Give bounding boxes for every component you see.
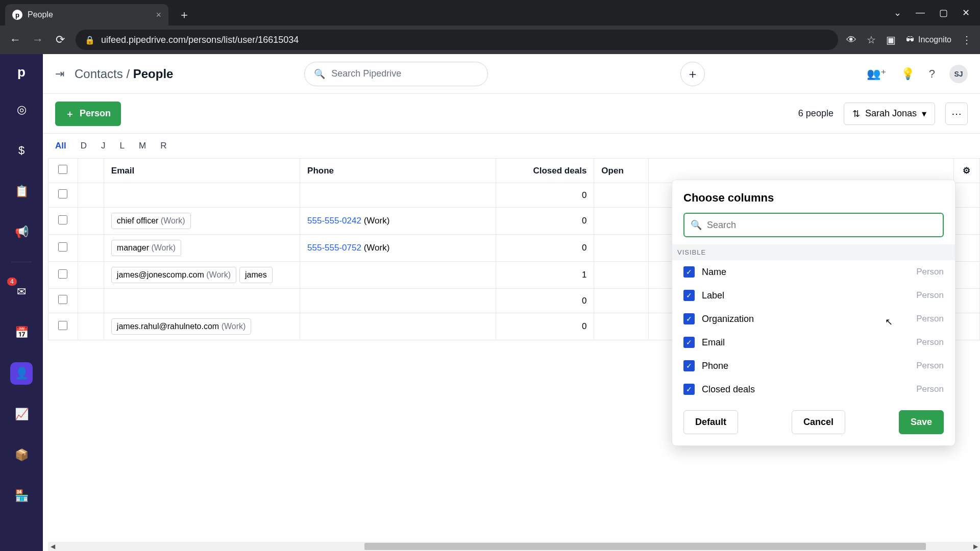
sidebar-item-activities[interactable]: 📋 — [10, 180, 33, 203]
column-checkbox[interactable]: ✓ — [683, 337, 695, 348]
breadcrumb-sep: / — [126, 67, 130, 81]
email-pill[interactable]: james.rahul@rahulneto.com (Work) — [111, 318, 251, 335]
logo-icon[interactable]: p — [17, 64, 26, 80]
search-icon: 🔍 — [314, 68, 325, 80]
email-pill[interactable]: manager (Work) — [111, 240, 181, 256]
horizontal-scrollbar[interactable]: ◀ ▶ — [48, 542, 980, 551]
column-checkbox[interactable]: ✓ — [683, 266, 695, 278]
invite-icon[interactable]: 👥⁺ — [867, 67, 887, 81]
column-search-input[interactable]: 🔍 — [683, 213, 944, 237]
sidebar-item-campaigns[interactable]: 📢 — [10, 221, 33, 243]
drag-column-header — [78, 159, 104, 183]
reload-icon[interactable]: ⟳ — [53, 33, 67, 46]
column-label: Phone — [702, 361, 728, 371]
owner-filter-label: Sarah Jonas — [865, 108, 917, 119]
row-checkbox[interactable] — [58, 321, 67, 330]
browser-menu-icon[interactable]: ⋮ — [962, 34, 972, 46]
cell-phone — [300, 262, 496, 289]
column-option[interactable]: ✓NamePerson — [672, 260, 955, 284]
row-checkbox[interactable] — [58, 242, 67, 252]
scroll-thumb[interactable] — [364, 543, 926, 550]
incognito-icon: 🕶 — [906, 35, 914, 44]
column-checkbox[interactable]: ✓ — [683, 290, 695, 301]
row-checkbox[interactable] — [58, 215, 67, 224]
email-pill[interactable]: chief officer (Work) — [111, 213, 191, 229]
bookmark-icon[interactable]: ☆ — [867, 34, 876, 46]
more-actions-button[interactable]: ⋯ — [945, 103, 968, 125]
help-icon[interactable]: ? — [929, 67, 935, 81]
extensions-icon[interactable]: ▣ — [886, 34, 896, 46]
new-tab-icon[interactable]: ＋ — [179, 7, 190, 22]
sidebar-item-products[interactable]: 📦 — [10, 444, 33, 466]
column-option[interactable]: ✓OrganizationPerson — [672, 307, 955, 331]
sidebar-item-contacts[interactable]: 👤 — [10, 362, 33, 385]
breadcrumb: Contacts / People — [75, 67, 173, 81]
add-person-button[interactable]: ＋ Person — [55, 102, 121, 126]
owner-filter[interactable]: ⇅ Sarah Jonas ▾ — [844, 103, 935, 125]
letter-m[interactable]: M — [139, 141, 146, 151]
sidebar-item-calendar[interactable]: 📅 — [10, 321, 33, 344]
cell-phone: 555-555-0242 (Work) — [300, 208, 496, 235]
close-window-icon[interactable]: ✕ — [962, 7, 970, 18]
column-option[interactable]: ✓PhonePerson — [672, 354, 955, 378]
column-category: Person — [916, 267, 944, 277]
columns-settings-button[interactable]: ⚙ — [953, 159, 979, 183]
sidebar-item-focus[interactable]: ◎ — [10, 98, 33, 121]
letter-r[interactable]: R — [160, 141, 166, 151]
minimize-icon[interactable]: ― — [916, 7, 925, 18]
column-checkbox[interactable]: ✓ — [683, 384, 695, 395]
scroll-right-icon[interactable]: ▶ — [971, 542, 980, 551]
default-button[interactable]: Default — [683, 410, 738, 434]
sidebar-item-mail[interactable]: ✉4 — [10, 281, 33, 303]
address-bar[interactable]: 🔒 uifeed.pipedrive.com/persons/list/user… — [76, 30, 838, 50]
quick-add-button[interactable]: ＋ — [680, 62, 705, 86]
column-option[interactable]: ✓LabelPerson — [672, 284, 955, 307]
row-checkbox[interactable] — [58, 189, 67, 198]
column-option[interactable]: ✓EmailPerson — [672, 331, 955, 354]
letter-all[interactable]: All — [55, 141, 66, 151]
phone-link[interactable]: 555-555-0752 — [307, 243, 361, 253]
letter-d[interactable]: D — [81, 141, 87, 151]
select-all-checkbox[interactable] — [58, 165, 67, 174]
col-closed[interactable]: Closed deals — [496, 159, 594, 183]
forward-icon[interactable]: → — [31, 33, 45, 46]
email-pill[interactable]: james — [239, 267, 273, 283]
plus-icon: ＋ — [65, 108, 75, 120]
col-email[interactable]: Email — [104, 159, 300, 183]
avatar[interactable]: SJ — [949, 65, 968, 83]
eye-off-icon[interactable]: 👁 — [846, 34, 856, 46]
sidebar-item-marketplace[interactable]: 🏪 — [10, 485, 33, 507]
browser-tab[interactable]: p People × — [5, 4, 168, 26]
row-checkbox[interactable] — [58, 295, 67, 304]
collapse-nav-icon[interactable]: ⇥ — [55, 67, 64, 81]
back-icon[interactable]: ← — [8, 33, 22, 46]
row-checkbox[interactable] — [58, 269, 67, 279]
breadcrumb-parent[interactable]: Contacts — [75, 67, 123, 81]
tabs-dropdown-icon[interactable]: ⌄ — [894, 7, 901, 18]
sidebar-item-insights[interactable]: 📈 — [10, 403, 33, 425]
maximize-icon[interactable]: ▢ — [939, 7, 948, 18]
search-input[interactable]: 🔍 Search Pipedrive — [304, 62, 488, 86]
phone-link[interactable]: 555-555-0242 — [307, 216, 361, 226]
assistant-icon[interactable]: 💡 — [901, 67, 915, 81]
letter-l[interactable]: L — [120, 141, 125, 151]
column-label: Label — [702, 290, 724, 301]
cell-closed: 0 — [496, 208, 594, 235]
letter-j[interactable]: J — [101, 141, 106, 151]
save-button[interactable]: Save — [899, 410, 944, 434]
close-tab-icon[interactable]: × — [156, 10, 161, 20]
column-category: Person — [916, 314, 944, 324]
cancel-button[interactable]: Cancel — [792, 410, 845, 434]
email-pill[interactable]: james@jonescomp.com (Work) — [111, 267, 236, 283]
column-option[interactable]: ✓Closed dealsPerson — [672, 378, 955, 401]
column-checkbox[interactable]: ✓ — [683, 360, 695, 371]
tab-title: People — [28, 10, 53, 19]
column-search-field[interactable] — [707, 220, 937, 231]
select-all-header[interactable] — [48, 159, 78, 183]
sidebar-item-deals[interactable]: $ — [10, 139, 33, 162]
popover-title: Choose columns — [683, 191, 944, 205]
col-open[interactable]: Open — [594, 159, 649, 183]
column-checkbox[interactable]: ✓ — [683, 313, 695, 324]
col-phone[interactable]: Phone — [300, 159, 496, 183]
scroll-left-icon[interactable]: ◀ — [48, 542, 57, 551]
